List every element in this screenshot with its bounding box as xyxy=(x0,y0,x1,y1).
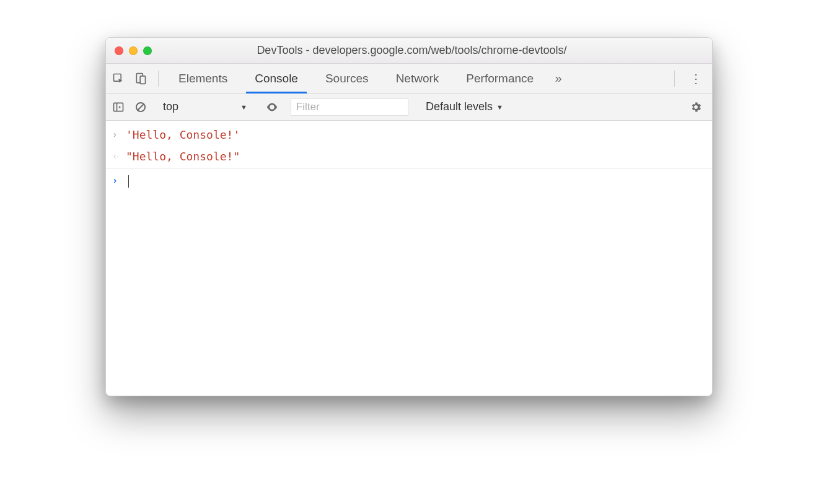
log-levels-select[interactable]: Default levels ▼ xyxy=(426,100,503,113)
console-sidebar-toggle-icon[interactable] xyxy=(110,98,127,116)
tab-network[interactable]: Network xyxy=(385,64,451,93)
tab-performance[interactable]: Performance xyxy=(455,64,545,93)
titlebar: DevTools - developers.google.com/web/too… xyxy=(106,38,712,64)
execution-context-label: top xyxy=(163,100,178,113)
console-input-text: 'Hello, Console!' xyxy=(126,126,240,145)
prompt-chevron-icon: › xyxy=(113,172,126,189)
devtools-window: DevTools - developers.google.com/web/too… xyxy=(105,37,713,396)
console-output[interactable]: › 'Hello, Console!' ‹· "Hello, Console!"… xyxy=(106,121,712,396)
dropdown-caret-icon: ▼ xyxy=(496,103,503,111)
svg-line-6 xyxy=(138,104,144,110)
console-prompt-input[interactable] xyxy=(126,172,129,191)
log-levels-label: Default levels xyxy=(426,100,493,113)
separator xyxy=(674,71,675,87)
live-expression-icon[interactable] xyxy=(263,98,281,116)
device-toolbar-icon[interactable] xyxy=(132,70,149,87)
svg-rect-3 xyxy=(114,103,123,111)
svg-point-7 xyxy=(271,106,273,108)
console-settings-icon[interactable] xyxy=(684,101,708,113)
separator xyxy=(158,71,159,87)
inspect-element-icon[interactable] xyxy=(110,70,127,87)
devtools-tabbar: Elements Console Sources Network Perform… xyxy=(106,64,712,93)
more-tabs-button[interactable]: » xyxy=(550,71,567,85)
tab-sources[interactable]: Sources xyxy=(314,64,380,93)
text-cursor xyxy=(128,175,129,188)
console-prompt-row[interactable]: › xyxy=(106,170,712,192)
dropdown-caret-icon: ▼ xyxy=(240,103,247,111)
tab-console[interactable]: Console xyxy=(244,64,309,93)
tab-elements[interactable]: Elements xyxy=(167,64,239,93)
console-output-text: "Hello, Console!" xyxy=(126,147,240,167)
window-title: DevTools - developers.google.com/web/too… xyxy=(120,44,703,57)
console-input-row: › 'Hello, Console!' xyxy=(106,124,712,146)
console-toolbar: top ▼ Default levels ▼ xyxy=(106,93,712,121)
input-chevron-icon: › xyxy=(113,126,126,143)
row-separator xyxy=(106,168,712,169)
devtools-menu-button[interactable]: ⋮ xyxy=(684,71,708,86)
clear-console-icon[interactable] xyxy=(132,98,149,116)
output-chevron-icon: ‹· xyxy=(113,147,126,165)
svg-rect-2 xyxy=(140,76,145,83)
console-filter-input[interactable] xyxy=(291,98,408,116)
execution-context-select[interactable]: top ▼ xyxy=(159,100,253,113)
console-output-row: ‹· "Hello, Console!" xyxy=(106,146,712,168)
